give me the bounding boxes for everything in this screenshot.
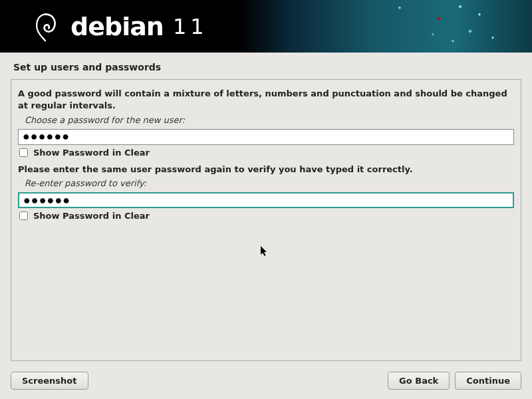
svg-marker-0 <box>437 17 441 21</box>
content-panel: A good password will contain a mixture o… <box>11 79 521 361</box>
password2-label: Re-enter password to verify: <box>25 178 514 188</box>
svg-rect-7 <box>432 33 434 36</box>
continue-button[interactable]: Continue <box>455 372 521 390</box>
screenshot-button[interactable]: Screenshot <box>11 372 88 390</box>
brand-version: 11 <box>173 14 208 39</box>
password1-label: Choose a password for the new user: <box>25 115 514 125</box>
show-password1-checkbox[interactable] <box>19 148 28 157</box>
show-password1-label[interactable]: Show Password in Clear <box>33 148 150 158</box>
page-title: Set up users and passwords <box>0 53 532 79</box>
go-back-button[interactable]: Go Back <box>388 372 450 390</box>
password-instruction: A good password will contain a mixture o… <box>18 88 514 111</box>
installer-header: debian 11 <box>0 0 532 53</box>
svg-rect-4 <box>468 29 472 33</box>
header-decoration <box>359 0 532 53</box>
svg-rect-3 <box>478 13 481 16</box>
brand-name: debian <box>70 12 164 41</box>
svg-rect-6 <box>452 40 454 43</box>
svg-rect-1 <box>398 7 401 9</box>
debian-swirl-logo <box>32 9 59 44</box>
show-password2-checkbox[interactable] <box>19 211 28 220</box>
verify-instruction: Please enter the same user password agai… <box>18 164 514 174</box>
show-password2-label[interactable]: Show Password in Clear <box>33 211 150 221</box>
footer-bar: Screenshot Go Back Continue <box>0 362 532 399</box>
password2-input[interactable]: ●●●●●● <box>18 192 514 208</box>
svg-rect-5 <box>491 37 494 39</box>
svg-rect-2 <box>458 5 462 9</box>
password1-input[interactable]: ●●●●●● <box>18 129 514 145</box>
